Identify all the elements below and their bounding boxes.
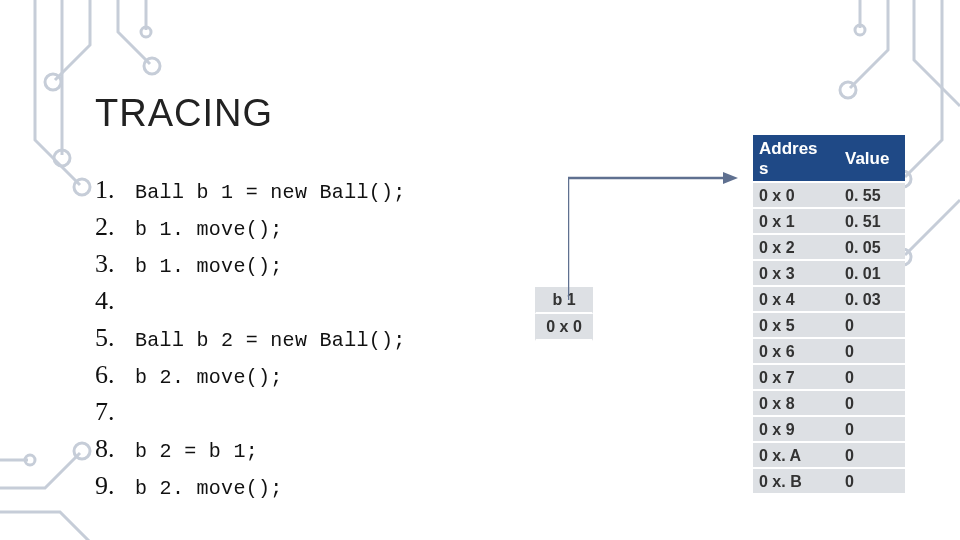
- memory-row: 0 x 80: [753, 390, 905, 416]
- code-line-5: 5.Ball b 2 = new Ball();: [95, 323, 406, 360]
- variable-name: b 1: [535, 287, 593, 314]
- code-line-6: 6.b 2. move();: [95, 360, 406, 397]
- memory-header-value: Value: [839, 135, 905, 182]
- variable-reference-box: b 1 0 x 0: [535, 287, 593, 341]
- slide-title: TRACING: [95, 92, 273, 135]
- memory-table: Addres sValue 0 x 00. 55 0 x 10. 51 0 x …: [753, 135, 905, 495]
- code-line-8: 8.b 2 = b 1;: [95, 434, 406, 471]
- memory-row: 0 x 60: [753, 338, 905, 364]
- code-line-3: 3.b 1. move();: [95, 249, 406, 286]
- code-line-7: 7.: [95, 397, 406, 434]
- memory-row: 0 x 10. 51: [753, 208, 905, 234]
- svg-point-2: [45, 74, 61, 90]
- memory-row: 0 x 90: [753, 416, 905, 442]
- svg-point-0: [74, 179, 90, 195]
- code-line-9: 9.b 2. move();: [95, 471, 406, 508]
- svg-point-1: [54, 150, 70, 166]
- code-line-1: 1.Ball b 1 = new Ball();: [95, 175, 406, 212]
- memory-row: 0 x 50: [753, 312, 905, 338]
- memory-header-address: Addres s: [753, 135, 839, 182]
- memory-row: 0 x 70: [753, 364, 905, 390]
- memory-row: 0 x 30. 01: [753, 260, 905, 286]
- code-line-4: 4.: [95, 286, 406, 323]
- svg-point-5: [855, 25, 865, 35]
- memory-row: 0 x 00. 55: [753, 182, 905, 208]
- variable-value: 0 x 0: [535, 314, 593, 341]
- code-block: 1.Ball b 1 = new Ball(); 2.b 1. move(); …: [95, 175, 406, 508]
- svg-marker-11: [723, 172, 738, 184]
- svg-point-6: [840, 82, 856, 98]
- memory-row: 0 x 20. 05: [753, 234, 905, 260]
- memory-row: 0 x. B0: [753, 468, 905, 494]
- code-line-2: 2.b 1. move();: [95, 212, 406, 249]
- reference-arrow: [568, 170, 768, 310]
- svg-point-9: [25, 455, 35, 465]
- svg-point-3: [144, 58, 160, 74]
- svg-point-10: [74, 443, 90, 459]
- memory-row: 0 x 40. 03: [753, 286, 905, 312]
- memory-row: 0 x. A0: [753, 442, 905, 468]
- svg-point-4: [141, 27, 151, 37]
